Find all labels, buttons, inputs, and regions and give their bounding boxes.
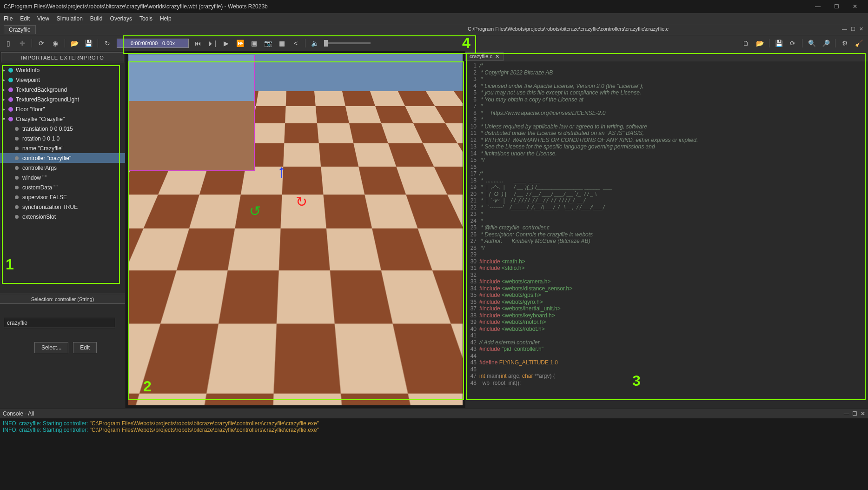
sound-icon[interactable]: 🔈 <box>310 39 319 48</box>
x-axis-gizmo[interactable]: ↻ <box>296 194 307 210</box>
console-close-icon[interactable]: ✕ <box>861 410 865 417</box>
title-bar: C:\Program Files\Webots\projects\robots\… <box>0 0 868 13</box>
menu-overlays[interactable]: Overlays <box>110 15 132 22</box>
menu-help[interactable]: Help <box>160 15 172 22</box>
selection-label: Selection: controller (String) <box>0 294 125 304</box>
tree-field[interactable]: supervisor FALSE <box>0 192 125 202</box>
editor-new-icon[interactable]: 🗋 <box>741 39 750 48</box>
play-icon[interactable]: ▶ <box>221 39 231 48</box>
render-mode-icon[interactable]: ▦ <box>277 39 286 48</box>
maximize-button[interactable]: ☐ <box>827 3 846 10</box>
visibility-icon[interactable]: ◉ <box>51 39 60 48</box>
editor-save-icon[interactable]: 💾 <box>774 39 783 48</box>
console-output[interactable]: INFO: crazyflie: Starting controller: "C… <box>0 418 868 490</box>
menu-edit[interactable]: Edit <box>20 15 30 22</box>
world-tab[interactable]: Crazyflie <box>4 25 36 34</box>
tree-field[interactable]: extensionSlot <box>0 212 125 222</box>
simulation-time: 0:00:00:000 - 0.00x <box>117 39 189 48</box>
scene-tree[interactable]: ▸WorldInfo▸Viewpoint▸TexturedBackground▸… <box>0 63 125 294</box>
tree-node[interactable]: ▸Viewpoint <box>0 75 125 85</box>
tree-field[interactable]: controller "crazyflie" <box>0 153 125 163</box>
editor-reload-icon[interactable]: ⟳ <box>788 39 797 48</box>
menu-file[interactable]: File <box>4 15 13 22</box>
add-node-icon[interactable]: ✚ <box>18 39 27 48</box>
tree-field[interactable]: synchronization TRUE <box>0 202 125 212</box>
menu-build[interactable]: Build <box>90 15 103 22</box>
tree-field[interactable]: rotation 0 0 1 0 <box>0 134 125 143</box>
property-editor: Select... Edit <box>0 304 125 367</box>
editor-min-icon[interactable]: — <box>842 26 847 32</box>
console-header: Console - All — ☐ ✕ <box>0 408 868 418</box>
tree-node[interactable]: ▾Crazyflie "Crazyflie" <box>0 114 125 124</box>
tree-node[interactable]: ▸TexturedBackgroundLight <box>0 94 125 104</box>
z-axis-gizmo[interactable]: ↑ <box>277 161 286 182</box>
scene-tree-panel: IMPORTABLE EXTERNPROTO ▸WorldInfo▸Viewpo… <box>0 51 126 408</box>
editor-max-icon[interactable]: ☐ <box>851 26 855 32</box>
menu-simulation[interactable]: Simulation <box>57 15 83 22</box>
3d-viewport[interactable]: ↑ ↻ ↺ <box>126 51 465 408</box>
code-editor[interactable]: 1 2 3 4 5 6 7 8 9 10 11 12 13 14 15 16 1… <box>465 61 868 408</box>
camera-overlay[interactable] <box>129 55 255 171</box>
tree-field[interactable]: customData "" <box>0 182 125 192</box>
volume-slider[interactable] <box>324 42 371 44</box>
main-toolbar: ▯ ✚ ⟳ ◉ 📂 💾 ↻ 0:00:00:000 - 0.00x ⏮ ⏵| ▶… <box>0 35 868 51</box>
save-icon[interactable]: 💾 <box>84 39 93 48</box>
select-controller-button[interactable]: Select... <box>34 342 68 353</box>
fast-forward-icon[interactable]: ⏩ <box>235 39 245 48</box>
tree-field[interactable]: controllerArgs <box>0 163 125 173</box>
menu-tools[interactable]: Tools <box>139 15 152 22</box>
code-text[interactable]: /* * Copyright 2022 Bitcraze AB * * Lice… <box>479 62 868 408</box>
tree-field[interactable]: window "" <box>0 173 125 182</box>
menu-bar: File Edit View Simulation Build Overlays… <box>0 13 868 24</box>
editor-close-icon[interactable]: ✕ <box>859 26 863 32</box>
tree-field[interactable]: translation 0 0 0.015 <box>0 124 125 134</box>
editor-open-icon[interactable]: 📂 <box>755 39 764 48</box>
editor-file-path: C:\Program Files\Webots\projects\robots\… <box>468 26 669 32</box>
tree-node[interactable]: ▸TexturedBackground <box>0 85 125 94</box>
tree-node[interactable]: ▸WorldInfo <box>0 65 125 75</box>
tree-field[interactable]: name "Crazyflie" <box>0 143 125 153</box>
open-icon[interactable]: 📂 <box>70 39 79 48</box>
y-axis-gizmo[interactable]: ↺ <box>249 203 261 219</box>
editor-replace-icon[interactable]: 🔎 <box>821 39 830 48</box>
screenshot-icon[interactable]: 📷 <box>263 39 272 48</box>
console-max-icon[interactable]: ☐ <box>852 410 857 417</box>
editor-search-icon[interactable]: 🔍 <box>807 39 816 48</box>
step-icon[interactable]: ⏵| <box>207 39 217 48</box>
reset-simulation-icon[interactable]: ↻ <box>103 39 112 48</box>
edit-controller-button[interactable]: Edit <box>73 342 97 353</box>
controller-name-input[interactable] <box>4 318 115 328</box>
record-movie-icon[interactable]: ▣ <box>249 39 258 48</box>
close-tab-icon[interactable]: ✕ <box>495 54 499 60</box>
externproto-header[interactable]: IMPORTABLE EXTERNPROTO <box>1 52 124 62</box>
main-area: IMPORTABLE EXTERNPROTO ▸WorldInfo▸Viewpo… <box>0 51 868 408</box>
tree-node[interactable]: ▸Floor "floor" <box>0 104 125 114</box>
menu-view[interactable]: View <box>37 15 49 22</box>
editor-clean-icon[interactable]: 🧹 <box>854 39 863 48</box>
editor-settings-icon[interactable]: ⚙ <box>840 39 849 48</box>
editor-path-bar: C:\Program Files\Webots\projects\robots\… <box>466 24 868 34</box>
editor-file-tab[interactable]: crazyflie.c ✕ <box>465 52 504 61</box>
share-icon[interactable]: < <box>291 39 300 48</box>
text-editor-panel: crazyflie.c ✕ 1 2 3 4 5 6 7 8 9 10 11 12… <box>465 51 868 408</box>
window-title: C:\Program Files\Webots\projects\robots\… <box>4 3 268 10</box>
reload-icon[interactable]: ⟳ <box>37 39 46 48</box>
minimize-button[interactable]: — <box>808 3 827 10</box>
close-button[interactable]: ✕ <box>846 3 864 10</box>
sidebar-toggle-icon[interactable]: ▯ <box>4 39 13 48</box>
line-gutter: 1 2 3 4 5 6 7 8 9 10 11 12 13 14 15 16 1… <box>465 62 479 408</box>
step-back-icon[interactable]: ⏮ <box>193 39 203 48</box>
console-min-icon[interactable]: — <box>844 410 849 417</box>
